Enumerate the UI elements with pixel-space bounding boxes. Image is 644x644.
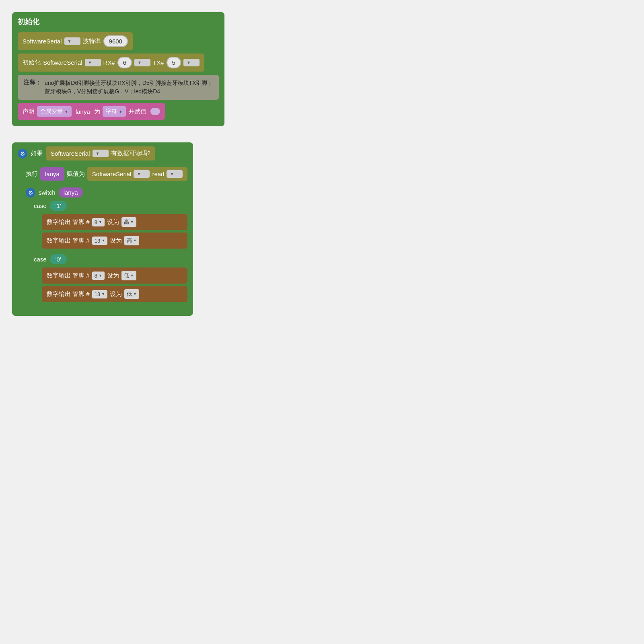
case2-set2-label: 设为 — [110, 290, 122, 298]
init-block: 初始化 SoftwareSerial 波特率 9600 初始化 Software… — [12, 12, 224, 126]
init-label: 初始化 — [23, 59, 41, 66]
rx-value[interactable]: 6 — [117, 57, 132, 68]
rx-label: RX# — [103, 59, 115, 66]
init-serial-block[interactable]: 初始化 SoftwareSerial RX# 6 TX# 5 — [18, 53, 204, 72]
baud-value[interactable]: 9600 — [103, 35, 128, 47]
scope-dropdown[interactable]: 全局变量 — [37, 106, 72, 117]
declare-block[interactable]: 声明 全局变量 lanya 为 字符 并赋值 — [18, 103, 165, 120]
exec-row: 执行 lanya 赋值为 SoftwareSerial read — [26, 167, 187, 181]
case1-block2[interactable]: 数字输出 管脚 # 13 设为 高 — [42, 232, 187, 249]
case2-pin2-dropdown[interactable]: 13 — [92, 290, 107, 298]
if-label: 如果 — [31, 150, 43, 157]
case1-label: case — [34, 202, 47, 209]
init-header: 初始化 — [18, 16, 219, 29]
serial-check-label: SoftwareSerial — [51, 150, 90, 157]
case1-state1-dropdown[interactable]: 高 — [121, 217, 136, 227]
case2-label: case — [34, 256, 47, 263]
case1-state2-dropdown[interactable]: 高 — [124, 236, 139, 245]
baud-row: SoftwareSerial 波特率 9600 — [18, 32, 219, 50]
case1-block1-label: 数字输出 管脚 # — [47, 218, 90, 226]
baud-label: 波特率 — [83, 37, 101, 45]
case1-pin1-dropdown[interactable]: 8 — [92, 218, 105, 226]
case1-set2-label: 设为 — [110, 237, 122, 245]
case2-row: case '0' — [34, 253, 187, 266]
serial-read-dropdown[interactable] — [134, 170, 150, 178]
switch-block: ⚙ switch lanya case '1' 数字输出 管脚 # 8 设 — [26, 184, 187, 306]
serial-baud-block[interactable]: SoftwareSerial 波特率 9600 — [18, 32, 133, 50]
assign-label: 并赋值 — [128, 108, 146, 115]
init-section: 初始化 SoftwareSerial 波特率 9600 初始化 Software… — [12, 12, 632, 126]
lanya-assign-block[interactable]: lanya — [40, 167, 64, 181]
case2-state2-dropdown[interactable]: 低 — [124, 289, 139, 299]
comment-label: 注释： — [23, 79, 41, 86]
loop-block: ⚙ 如果 SoftwareSerial 有数据可读吗? 执行 lanya 赋值为… — [12, 142, 193, 316]
init-serial-row: 初始化 SoftwareSerial RX# 6 TX# 5 — [18, 53, 219, 72]
case1-block2-label: 数字输出 管脚 # — [47, 237, 90, 245]
tx-dropdown[interactable] — [183, 59, 200, 66]
lanya-var-name: lanya — [45, 171, 60, 177]
case2-pin1-dropdown[interactable]: 8 — [92, 272, 105, 280]
tx-label: TX# — [153, 59, 164, 66]
case2-state1-dropdown[interactable]: 低 — [121, 271, 136, 280]
loop-section: ⚙ 如果 SoftwareSerial 有数据可读吗? 执行 lanya 赋值为… — [12, 142, 632, 316]
as-label: 为 — [94, 108, 100, 115]
serial-read-block[interactable]: SoftwareSerial read — [87, 167, 188, 181]
case2-block1-label: 数字输出 管脚 # — [47, 272, 90, 280]
case2-block2[interactable]: 数字输出 管脚 # 13 设为 低 — [42, 286, 187, 302]
assign-label2: 赋值为 — [67, 170, 85, 178]
case1-value: '1' — [50, 201, 67, 211]
type-dropdown[interactable]: 字符 — [103, 106, 126, 117]
switch-inner: case '1' 数字输出 管脚 # 8 设为 高 数字输出 管脚 # 13 — [26, 199, 187, 305]
var-name: lanya — [76, 108, 90, 115]
gear-icon: ⚙ — [18, 149, 27, 158]
serial-label2: SoftwareSerial — [43, 59, 82, 66]
read-label: read — [152, 171, 164, 177]
rx-dropdown[interactable] — [134, 59, 150, 66]
case2-inner: 数字输出 管脚 # 8 设为 低 数字输出 管脚 # 13 设为 低 — [34, 267, 187, 305]
read-dropdown[interactable] — [167, 170, 183, 178]
comment-block: 注释： uno扩展板D6引脚接蓝牙模块RX引脚，D5引脚接蓝牙模块TX引脚； 蓝… — [18, 75, 219, 100]
switch-var: lanya — [59, 187, 83, 198]
case2-block2-label: 数字输出 管脚 # — [47, 290, 90, 298]
serial-check-dropdown[interactable] — [93, 150, 109, 157]
switch-gear-icon: ⚙ — [26, 188, 35, 198]
tx-value[interactable]: 5 — [167, 57, 181, 68]
case1-row: case '1' — [34, 199, 187, 212]
serial-label: SoftwareSerial — [23, 38, 62, 45]
case1-block1[interactable]: 数字输出 管脚 # 8 设为 高 — [42, 214, 187, 230]
loop-inner: 执行 lanya 赋值为 SoftwareSerial read ⚙ switc… — [18, 164, 187, 309]
case2-block1[interactable]: 数字输出 管脚 # 8 设为 低 — [42, 267, 187, 284]
case2-set1-label: 设为 — [107, 272, 119, 280]
case2-value: '0' — [50, 254, 67, 264]
case1-pin2-dropdown[interactable]: 13 — [92, 237, 107, 245]
switch-label: switch — [39, 189, 56, 196]
serial-read-label: SoftwareSerial — [92, 171, 132, 177]
check-text: 有数据可读吗? — [111, 150, 150, 157]
assign-input[interactable] — [150, 108, 160, 115]
case1-inner: 数字输出 管脚 # 8 设为 高 数字输出 管脚 # 13 设为 高 — [34, 214, 187, 251]
declare-label: 声明 — [23, 108, 35, 115]
serial-check-block[interactable]: SoftwareSerial 有数据可读吗? — [46, 146, 155, 160]
switch-header: ⚙ switch lanya — [26, 186, 187, 199]
exec-label: 执行 — [26, 170, 38, 178]
declare-row: 声明 全局变量 lanya 为 字符 并赋值 — [18, 103, 219, 120]
serial-dropdown2[interactable] — [85, 59, 101, 66]
comment-text: uno扩展板D6引脚接蓝牙模块RX引脚，D5引脚接蓝牙模块TX引脚； 蓝牙模块G… — [45, 79, 213, 96]
case1-set1-label: 设为 — [107, 218, 119, 226]
serial-dropdown[interactable] — [64, 37, 80, 45]
condition-row: ⚙ 如果 SoftwareSerial 有数据可读吗? — [18, 146, 187, 164]
